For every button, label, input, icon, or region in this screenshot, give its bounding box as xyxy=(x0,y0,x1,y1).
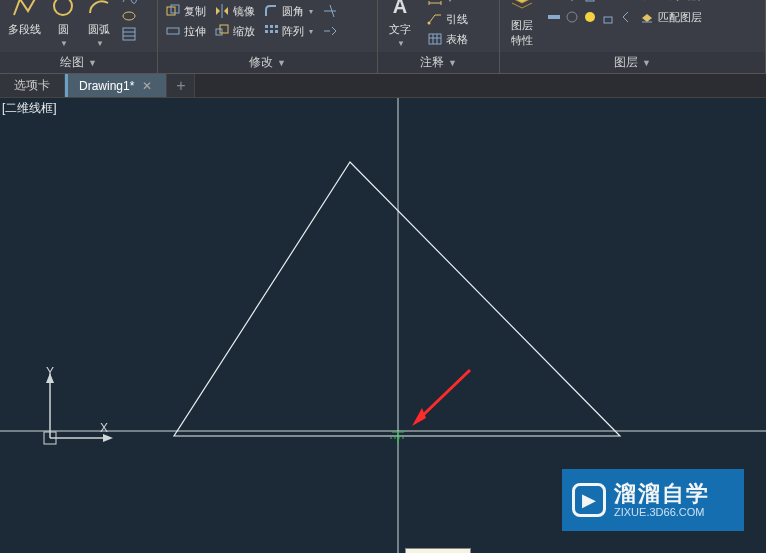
svg-rect-9 xyxy=(270,25,273,28)
hatch-icon[interactable] xyxy=(121,26,137,42)
play-icon: ▶ xyxy=(572,483,606,517)
svg-rect-10 xyxy=(275,25,278,28)
svg-point-22 xyxy=(585,12,595,22)
svg-rect-5 xyxy=(167,28,179,34)
svg-point-21 xyxy=(567,12,577,22)
panel-layers: 图层 特性 置为当前 xyxy=(500,0,766,73)
spline-icon[interactable] xyxy=(121,0,137,6)
leader-icon xyxy=(427,11,443,27)
layer-off-icon[interactable] xyxy=(564,9,580,25)
dimension-icon xyxy=(427,0,443,7)
ucs-y-label: Y xyxy=(46,365,54,379)
layer-on-icon[interactable] xyxy=(546,0,562,3)
table-button[interactable]: 表格 xyxy=(424,30,471,48)
ellipse-icon[interactable] xyxy=(121,8,137,24)
polyline-label: 多段线 xyxy=(8,22,41,37)
panel-draw: 多段线 圆 ▼ 圆弧 ▼ 绘图 xyxy=(0,0,158,73)
dropdown-icon: ▾ xyxy=(309,27,313,36)
set-current-icon xyxy=(639,0,655,3)
layer-prev-icon[interactable] xyxy=(618,9,634,25)
svg-point-1 xyxy=(123,12,135,20)
panel-annotate-title[interactable]: 注释 ▼ xyxy=(378,52,499,73)
svg-point-0 xyxy=(54,0,72,15)
mirror-button[interactable]: 镜像 xyxy=(211,2,258,20)
svg-rect-13 xyxy=(275,30,278,33)
dropdown-icon: ▼ xyxy=(60,39,68,48)
match-layer-button[interactable]: 匹配图层 xyxy=(636,8,705,26)
ribbon: 多段线 圆 ▼ 圆弧 ▼ 绘图 xyxy=(0,0,766,74)
svg-rect-11 xyxy=(265,30,268,33)
new-tab-button[interactable]: + xyxy=(167,74,195,97)
stretch-button[interactable]: 拉伸 xyxy=(162,22,209,40)
text-label: 文字 xyxy=(389,22,411,37)
svg-marker-30 xyxy=(103,434,113,442)
chevron-down-icon: ▼ xyxy=(88,58,97,68)
copy-icon xyxy=(165,3,181,19)
layer-props-label: 图层 特性 xyxy=(511,18,533,48)
svg-rect-2 xyxy=(123,28,135,40)
dropdown-icon: ▼ xyxy=(397,39,405,48)
layer-unlock-icon[interactable] xyxy=(600,9,616,25)
svg-marker-33 xyxy=(412,408,426,426)
mirror-icon xyxy=(214,3,230,19)
panel-layers-title[interactable]: 图层 ▼ xyxy=(500,52,765,73)
tab-drawing1[interactable]: Drawing1* ✕ xyxy=(65,74,167,97)
svg-line-32 xyxy=(420,370,470,418)
arc-button[interactable]: 圆弧 ▼ xyxy=(81,0,117,50)
chevron-down-icon: ▼ xyxy=(448,58,457,68)
trim-icon[interactable] xyxy=(322,3,338,19)
match-layer-icon xyxy=(639,9,655,25)
fillet-button[interactable]: 圆角 ▾ xyxy=(260,2,316,20)
layer-color-icon[interactable] xyxy=(600,0,616,3)
copy-button[interactable]: 复制 xyxy=(162,2,209,20)
array-button[interactable]: 阵列 ▾ xyxy=(260,22,316,40)
layer-lock-icon[interactable] xyxy=(582,0,598,3)
snap-marker xyxy=(390,432,406,444)
polyline-icon xyxy=(11,0,39,20)
document-tabbar: 选项卡 Drawing1* ✕ + xyxy=(0,74,766,98)
scale-button[interactable]: 缩放 xyxy=(211,22,258,40)
array-icon xyxy=(263,23,279,39)
panel-modify-title[interactable]: 修改 ▼ xyxy=(158,52,377,73)
panel-annotate: A 文字 ▼ ▾ 引线 xyxy=(378,0,500,73)
leader-button[interactable]: 引线 xyxy=(424,10,471,28)
set-current-button[interactable]: 置为当前 xyxy=(636,0,705,4)
svg-marker-26 xyxy=(174,162,620,436)
svg-point-14 xyxy=(428,22,431,25)
circle-icon xyxy=(49,0,77,20)
layer-props-icon xyxy=(508,0,536,16)
extend-icon[interactable] xyxy=(322,23,338,39)
text-button[interactable]: A 文字 ▼ xyxy=(382,0,418,50)
close-icon[interactable]: ✕ xyxy=(142,79,152,93)
layer-thaw-icon[interactable] xyxy=(582,9,598,25)
dimension-button[interactable]: ▾ xyxy=(424,0,455,8)
snap-tooltip: 递延切点 xyxy=(405,548,471,553)
layer-iso-icon[interactable] xyxy=(546,9,562,25)
panel-draw-title[interactable]: 绘图 ▼ xyxy=(0,52,157,73)
drawing-viewport[interactable]: [二维线框] Y X 递延切点 ▶ 溜溜自学 ZIXUE.3D66.CO xyxy=(0,98,766,553)
arc-icon xyxy=(85,0,113,20)
circle-label: 圆 xyxy=(58,22,69,37)
chevron-down-icon: ▼ xyxy=(642,58,651,68)
text-icon: A xyxy=(386,0,414,20)
scale-icon xyxy=(214,23,230,39)
watermark: ▶ 溜溜自学 ZIXUE.3D66.COM xyxy=(562,469,744,531)
panel-modify: 复制 镜像 圆角 ▾ xyxy=(158,0,378,73)
table-icon xyxy=(427,31,443,47)
polyline-button[interactable]: 多段线 xyxy=(4,0,45,39)
svg-rect-15 xyxy=(429,34,441,44)
svg-rect-17 xyxy=(586,0,594,1)
dropdown-icon: ▾ xyxy=(448,0,452,4)
layer-props-button[interactable]: 图层 特性 xyxy=(504,0,540,50)
svg-rect-23 xyxy=(604,17,612,23)
svg-rect-6 xyxy=(216,29,222,35)
layer-plot-icon[interactable] xyxy=(618,0,634,3)
arc-label: 圆弧 xyxy=(88,22,110,37)
circle-button[interactable]: 圆 ▼ xyxy=(45,0,81,50)
tab-options[interactable]: 选项卡 xyxy=(0,74,65,97)
layer-freeze-icon[interactable] xyxy=(564,0,580,3)
chevron-down-icon: ▼ xyxy=(277,58,286,68)
ucs-x-label: X xyxy=(100,421,108,435)
stretch-icon xyxy=(165,23,181,39)
svg-rect-8 xyxy=(265,25,268,28)
